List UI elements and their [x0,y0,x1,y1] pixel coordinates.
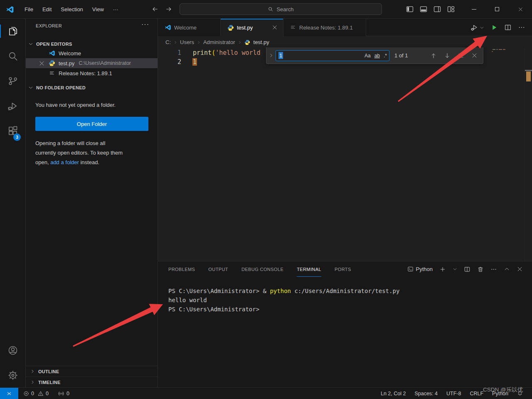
line-number: 2 [158,57,181,66]
breadcrumb-users[interactable]: Users [180,39,194,45]
eol-sequence[interactable]: CRLF [470,391,483,397]
find-results-count: 1 of 1 [394,52,414,59]
regex-icon[interactable]: .* [384,53,387,59]
errors-count[interactable]: 0 [31,391,34,397]
split-editor-icon[interactable] [504,24,512,31]
activitybar-extensions[interactable]: 3 [0,118,26,143]
activitybar-source-control[interactable] [0,69,26,94]
tab-release-notes[interactable]: Release Notes: 1.89.1 [283,19,366,36]
find-input[interactable]: 1 Aa ab .* [276,50,389,61]
split-terminal-icon[interactable] [464,266,470,273]
ports-icon[interactable] [58,390,64,397]
tab-testpy[interactable]: test.py [221,19,283,37]
warnings-icon[interactable] [38,391,44,397]
panel-tab-ports[interactable]: PORTS [335,261,351,277]
add-folder-link[interactable]: add a folder [50,159,79,165]
open-folder-button[interactable]: Open Folder [35,117,148,131]
toggle-secondary-sidebar-icon[interactable] [433,5,441,13]
chevron-down-icon [28,41,34,47]
run-python-dropdown[interactable] [470,24,484,32]
menu-file[interactable]: File [20,6,38,12]
panel-tab-problems[interactable]: PROBLEMS [168,261,195,277]
previous-match-icon[interactable] [430,52,437,59]
code-editor[interactable]: 1print('hello world 21 [158,48,532,261]
release-notes-icon [290,25,296,31]
close-tab-icon[interactable] [272,25,278,30]
code-line-2: 1 [193,57,197,66]
run-file-button[interactable] [490,24,498,31]
find-widget-expand[interactable] [266,53,276,58]
more-actions-icon[interactable] [518,24,525,31]
close-icon[interactable] [39,60,45,66]
tab-welcome[interactable]: Welcome [158,19,221,36]
menu-more[interactable]: ··· [108,6,123,12]
outline-section-header[interactable]: OUTLINE [26,366,158,377]
activitybar-explorer[interactable] [0,19,26,44]
chevron-down-icon [480,25,484,30]
open-editor-release-notes[interactable]: Release Notes: 1.89.1 [26,68,158,78]
minimap[interactable] [490,48,525,261]
more-actions-icon[interactable] [490,266,497,273]
panel-tab-debug-console[interactable]: DEBUG CONSOLE [241,261,283,277]
kill-terminal-icon[interactable] [477,266,484,273]
activitybar-run-debug[interactable] [0,94,26,118]
menu-selection[interactable]: Selection [56,6,87,12]
close-button[interactable] [509,0,532,18]
toggle-panel-icon[interactable] [419,5,428,13]
breadcrumb-drive[interactable]: C: [165,39,171,45]
find-in-selection-icon[interactable] [458,52,464,59]
activitybar-account[interactable] [0,338,26,363]
editor-path: C:\Users\Administrator [79,60,131,66]
find-query: 1 [278,52,283,59]
titlebar: File Edit Selection View ··· Search [0,0,532,19]
minimize-button[interactable] [462,0,485,18]
vscode-logo-icon [165,24,171,31]
editor-area: Welcome test.py Release Notes: 1.89.1 [158,19,532,387]
tab-strip: Welcome test.py Release Notes: 1.89.1 [158,19,532,36]
whole-word-icon[interactable]: ab [374,53,380,59]
ruler-find-marker [526,71,531,81]
terminal-shell-indicator[interactable]: Python [407,266,433,272]
maximize-panel-icon[interactable] [504,266,510,272]
panel-tab-terminal[interactable]: TERMINAL [297,262,321,277]
open-editor-testpy[interactable]: test.py C:\Users\Administrator [26,58,158,68]
next-match-icon[interactable] [444,52,451,59]
toggle-sidebar-icon[interactable] [406,5,414,13]
activitybar-settings-gear[interactable] [0,363,26,388]
open-editor-welcome[interactable]: Welcome [26,48,158,58]
code-line-1: print('hello world [193,48,261,57]
remote-indicator[interactable] [0,388,18,399]
command-center-search[interactable]: Search [180,3,382,15]
warnings-count[interactable]: 0 [46,391,49,397]
ports-count[interactable]: 0 [66,391,69,397]
no-folder-header[interactable]: NO FOLDER OPENED [26,83,158,92]
back-arrow-icon[interactable] [151,5,159,13]
match-case-icon[interactable]: Aa [365,53,371,59]
chevron-down-icon[interactable] [453,267,457,271]
breadcrumb-administrator[interactable]: Administrator [203,39,235,45]
no-folder-note: Opening a folder will close allcurrently… [35,138,156,167]
errors-icon[interactable] [23,391,29,397]
indentation[interactable]: Spaces: 4 [414,391,438,397]
terminal-output[interactable]: PS C:\Users\Administrator> & python c:/U… [168,286,399,314]
chevron-down-icon [28,85,34,91]
customize-layout-icon[interactable] [447,5,455,13]
new-terminal-icon[interactable] [439,266,446,273]
cursor-position[interactable]: Ln 2, Col 2 [381,391,406,397]
menu-view[interactable]: View [88,6,108,12]
vscode-logo-icon [49,50,55,57]
encoding[interactable]: UTF-8 [446,391,461,397]
close-panel-icon[interactable] [517,266,523,272]
menu-edit[interactable]: Edit [38,6,56,12]
timeline-section-header[interactable]: TIMELINE [26,377,158,387]
open-editors-header[interactable]: OPEN EDITORS [26,39,158,49]
sidebar-more-actions[interactable]: ··· [141,21,149,28]
maximize-button[interactable] [485,0,509,18]
extensions-badge: 3 [13,133,21,141]
explorer-sidebar: EXPLORER ··· OPEN EDITORS Welcome test.p… [26,19,158,387]
activitybar-search[interactable] [0,44,26,69]
panel-tab-output[interactable]: OUTPUT [208,261,228,277]
forward-arrow-icon[interactable] [165,5,172,13]
close-find-icon[interactable] [471,52,478,59]
breadcrumb-file[interactable]: test.py [254,39,269,45]
